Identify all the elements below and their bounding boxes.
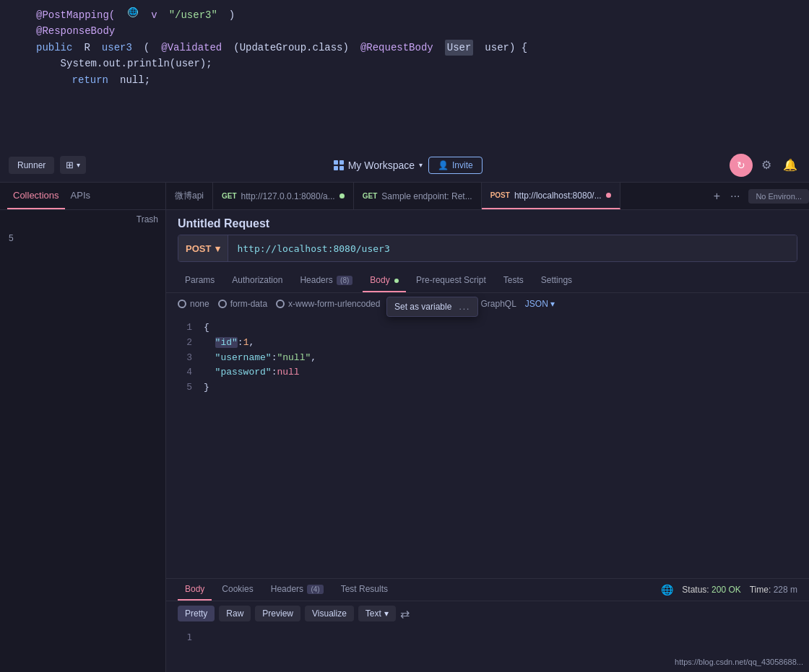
- tab-label: http://localhost:8080/...: [514, 191, 602, 201]
- response-tab-test-results[interactable]: Test Results: [334, 579, 395, 601]
- add-tab-button[interactable]: +: [711, 188, 723, 204]
- workspace-label: My Workspace: [348, 160, 415, 171]
- response-tab-body[interactable]: Body: [178, 579, 212, 601]
- more-options-button[interactable]: ...: [459, 302, 470, 312]
- preview-button[interactable]: Preview: [255, 606, 300, 621]
- pretty-button[interactable]: Pretty: [178, 606, 215, 621]
- attribution-link: https://blog.csdn.net/qq_43058688...: [675, 658, 803, 666]
- line-content: "id":1,: [204, 336, 254, 351]
- response-tabs-bar: Body Cookies Headers (4) Test Results 🌐 …: [166, 579, 809, 601]
- line-content: }: [204, 380, 209, 396]
- sub-tab-headers[interactable]: Headers (8): [293, 269, 360, 292]
- raw-button[interactable]: Raw: [219, 606, 251, 621]
- option-label: none: [190, 299, 209, 309]
- option-label: GraphQL: [480, 299, 516, 309]
- response-line-1: 1: [178, 632, 797, 642]
- main-content: Collections APIs Trash 5 微博api GET http:…: [0, 183, 809, 672]
- sub-tabs: Params Authorization Headers (8) Body Pr…: [166, 269, 809, 293]
- code-editor-section: @PostMapping(🌐v"/user3") @ResponseBody p…: [0, 0, 809, 148]
- invite-button[interactable]: 👤 Invite: [428, 157, 483, 174]
- code-body: 1 { 2 "id":1, 3 "username":"null",: [166, 315, 809, 578]
- body-option-form-data[interactable]: form-data: [218, 299, 267, 309]
- line-content: "username":"null",: [204, 351, 316, 366]
- sidebar-item-5[interactable]: 5: [0, 229, 165, 248]
- method-label: POST: [186, 243, 211, 254]
- workspace-icon: [334, 160, 344, 170]
- body-option-none[interactable]: none: [178, 299, 209, 309]
- sub-tab-authorization[interactable]: Authorization: [225, 269, 290, 292]
- headers-count-badge: (4): [307, 585, 323, 594]
- response-tab-cookies[interactable]: Cookies: [215, 579, 260, 601]
- method-dropdown[interactable]: POST ▾: [178, 235, 228, 261]
- radio-circle: [218, 300, 227, 308]
- json-format-dropdown[interactable]: JSON ▾: [525, 299, 555, 309]
- sub-tab-pre-request[interactable]: Pre-request Script: [409, 269, 493, 292]
- sub-tab-tests[interactable]: Tests: [496, 269, 531, 292]
- navbar-center: My Workspace ▾ 👤 Invite: [86, 157, 730, 174]
- chevron-down-icon: ▾: [384, 608, 389, 619]
- code-line-1: @PostMapping(🌐v"/user3"): [36, 7, 795, 23]
- code-line-1: 1 {: [178, 320, 797, 336]
- sub-tab-body[interactable]: Body: [363, 269, 406, 292]
- new-tab-button[interactable]: ⊞ ▾: [60, 156, 86, 174]
- set-as-variable-label[interactable]: Set as variable: [394, 302, 451, 312]
- tab-get-127[interactable]: GET http://127.0.0.1:8080/a...: [213, 183, 354, 209]
- code-line-6: return null;: [36, 72, 795, 88]
- chevron-down-icon: ▾: [550, 299, 555, 309]
- tab-post-localhost[interactable]: POST http://localhost:8080/...: [482, 183, 620, 209]
- code-line-5: 5 }: [178, 380, 797, 396]
- sub-tab-params[interactable]: Params: [178, 269, 222, 292]
- response-options: Pretty Raw Preview Visualize Text ▾ ⇄: [166, 601, 809, 626]
- sub-tab-settings[interactable]: Settings: [534, 269, 579, 292]
- postman-app: Runner ⊞ ▾ My Workspace ▾ 👤 Invite: [0, 148, 809, 672]
- status-label: Status: 200 OK: [682, 585, 740, 595]
- url-input[interactable]: [228, 235, 797, 261]
- request-title: Untitled Request: [166, 210, 809, 235]
- tabs-bar: 微博api GET http://127.0.0.1:8080/a... GET…: [166, 183, 809, 210]
- sidebar: Collections APIs Trash 5: [0, 183, 166, 672]
- sidebar-tab-collections[interactable]: Collections: [7, 183, 65, 209]
- url-bar: POST ▾: [178, 235, 797, 262]
- line-number: 4: [178, 365, 192, 380]
- line-number: 2: [178, 336, 192, 351]
- text-format-dropdown[interactable]: Text ▾: [358, 606, 396, 621]
- chevron-down-icon: ▾: [215, 243, 220, 254]
- new-tab-icon: ⊞: [66, 160, 74, 170]
- line-number: 1: [178, 320, 192, 336]
- sync-button[interactable]: ↻: [730, 154, 753, 177]
- method-label: GET: [363, 192, 378, 200]
- code-line-3: public R user3 ( @Validated (UpdateGroup…: [36, 40, 795, 56]
- tab-weibo-api[interactable]: 微博api: [166, 183, 213, 209]
- invite-label: Invite: [452, 160, 473, 170]
- workspace-button[interactable]: My Workspace ▾: [334, 160, 423, 171]
- runner-button[interactable]: Runner: [9, 157, 54, 174]
- visualize-button[interactable]: Visualize: [305, 606, 354, 621]
- sidebar-tab-apis[interactable]: APIs: [65, 183, 96, 209]
- notifications-button[interactable]: 🔔: [780, 155, 800, 175]
- environment-badge[interactable]: No Environ...: [748, 189, 809, 204]
- line-content: {: [204, 320, 209, 336]
- tabs-actions: + ···: [705, 188, 749, 204]
- trash-button[interactable]: Trash: [137, 214, 158, 224]
- body-option-urlencoded[interactable]: x-www-form-urlencoded: [276, 299, 380, 309]
- response-tab-headers[interactable]: Headers (4): [264, 579, 331, 601]
- tab-label: Sample endpoint: Ret...: [381, 191, 472, 201]
- tab-sample-endpoint[interactable]: GET Sample endpoint: Ret...: [354, 183, 482, 209]
- time-label: Time: 228 m: [750, 585, 797, 595]
- chevron-down-icon: ▾: [419, 161, 423, 169]
- wrap-button[interactable]: ⇄: [400, 607, 410, 621]
- navbar: Runner ⊞ ▾ My Workspace ▾ 👤 Invite: [0, 148, 809, 183]
- code-line-2: @ResponseBody: [36, 23, 795, 39]
- line-number: 1: [178, 632, 192, 642]
- more-tabs-button[interactable]: ···: [727, 188, 743, 204]
- method-label: POST: [490, 191, 510, 199]
- option-label: form-data: [230, 299, 267, 309]
- sidebar-actions: Trash: [0, 210, 165, 229]
- code-line-4: 4 "password":null: [178, 365, 797, 380]
- time-value: 228 m: [774, 585, 797, 595]
- request-area: 微博api GET http://127.0.0.1:8080/a... GET…: [166, 183, 809, 672]
- refresh-icon: ↻: [737, 160, 745, 171]
- body-active-dot: [394, 279, 399, 283]
- settings-button[interactable]: ⚙: [758, 155, 774, 175]
- headers-count-badge: (8): [337, 276, 352, 285]
